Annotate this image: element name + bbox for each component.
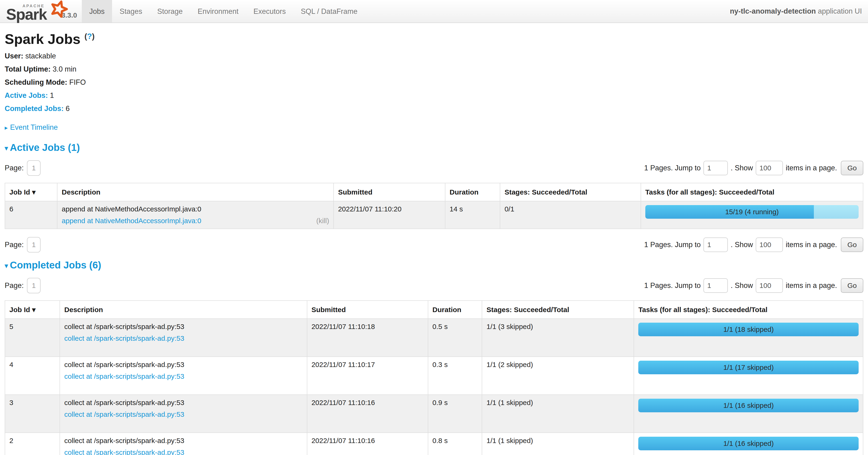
column-description[interactable]: Description (60, 301, 307, 319)
pages-jump-text: 1 Pages. Jump to (644, 164, 701, 172)
show-text: . Show (731, 240, 753, 249)
summary-scheduling-mode: Scheduling Mode: FIFO (5, 78, 863, 87)
job-summary-list: User: stackable Total Uptime: 3.0 min Sc… (5, 52, 863, 113)
job-id-cell: 5 (5, 319, 60, 357)
submitted-cell: 2022/11/07 11:10:16 (307, 433, 428, 455)
submitted-cell: 2022/11/07 11:10:16 (307, 395, 428, 433)
column-submitted[interactable]: Submitted (307, 301, 428, 319)
uptime-value: 3.0 min (53, 65, 76, 73)
tasks-progress-bar: 1/1 (18 skipped) (638, 323, 859, 336)
job-id-cell: 6 (5, 201, 57, 229)
tab-jobs[interactable]: Jobs (82, 0, 112, 23)
collapse-down-arrow-icon: ▾ (5, 145, 8, 152)
job-detail-link[interactable]: collect at /spark-scripts/spark-ad.py:53 (64, 410, 184, 418)
duration-cell: 0.5 s (428, 319, 482, 357)
go-button[interactable]: Go (841, 161, 863, 175)
help-tooltip-link[interactable]: (?) (84, 32, 94, 40)
description-cell: collect at /spark-scripts/spark-ad.py:53… (60, 433, 307, 455)
event-timeline-toggle[interactable]: ▸Event Timeline (5, 123, 863, 132)
stages-cell: 1/1 (3 skipped) (482, 319, 634, 357)
tab-sql-dataframe[interactable]: SQL / DataFrame (293, 0, 365, 23)
job-description: append at NativeMethodAccessorImpl.java:… (62, 205, 329, 213)
summary-uptime: Total Uptime: 3.0 min (5, 65, 863, 74)
completed-job-row-2: 2 collect at /spark-scripts/spark-ad.py:… (5, 433, 863, 455)
active-jobs-link[interactable]: Active Jobs: (5, 91, 48, 99)
tab-executors[interactable]: Executors (246, 0, 293, 23)
progress-label: 1/1 (18 skipped) (638, 323, 859, 336)
jump-to-page-input[interactable] (704, 237, 728, 252)
active-jobs-section-header[interactable]: ▾Active Jobs (1) (5, 142, 863, 153)
show-text: . Show (731, 281, 753, 290)
job-detail-link[interactable]: collect at /spark-scripts/spark-ad.py:53 (64, 334, 184, 342)
kill-job-link[interactable]: (kill) (316, 217, 329, 225)
go-button[interactable]: Go (841, 237, 863, 252)
page-number-input[interactable] (27, 278, 40, 293)
completed-jobs-table: Job Id ▾ Description Submitted Duration … (5, 301, 863, 455)
tasks-cell: 1/1 (18 skipped) (634, 319, 863, 357)
tasks-progress-bar: 1/1 (16 skipped) (638, 437, 859, 450)
jump-to-page-input[interactable] (704, 161, 728, 175)
job-description: collect at /spark-scripts/spark-ad.py:53 (64, 361, 302, 369)
collapse-right-arrow-icon: ▸ (5, 124, 8, 131)
submitted-cell: 2022/11/07 11:10:20 (334, 201, 445, 229)
duration-cell: 0.8 s (428, 433, 482, 455)
page-label: Page: (5, 240, 24, 249)
column-duration[interactable]: Duration (445, 183, 500, 201)
spark-logo[interactable]: APACHE Spark (0, 0, 63, 23)
apache-label: APACHE (23, 4, 45, 8)
scheduling-mode-label: Scheduling Mode: (5, 78, 67, 86)
stages-cell: 1/1 (2 skipped) (482, 357, 634, 395)
column-tasks[interactable]: Tasks (for all stages): Succeeded/Total (634, 301, 863, 319)
column-job-id[interactable]: Job Id ▾ (5, 301, 60, 319)
column-stages[interactable]: Stages: Succeeded/Total (482, 301, 634, 319)
description-cell: collect at /spark-scripts/spark-ad.py:53… (60, 395, 307, 433)
question-mark-icon[interactable]: ? (87, 32, 92, 40)
completed-job-row-5: 5 collect at /spark-scripts/spark-ad.py:… (5, 319, 863, 357)
progress-label: 1/1 (17 skipped) (638, 361, 859, 374)
navbar-spacer (365, 0, 730, 23)
tab-stages[interactable]: Stages (112, 0, 150, 23)
items-text: items in a page. (786, 240, 837, 249)
column-stages[interactable]: Stages: Succeeded/Total (500, 183, 641, 201)
column-duration[interactable]: Duration (428, 301, 482, 319)
tasks-cell: 1/1 (17 skipped) (634, 357, 863, 395)
page-number-input[interactable] (27, 160, 40, 176)
page-number-input[interactable] (27, 237, 40, 253)
scheduling-mode-value: FIFO (69, 78, 86, 86)
column-description[interactable]: Description (57, 183, 334, 201)
page-label: Page: (5, 281, 24, 290)
items-per-page-input[interactable] (756, 237, 783, 252)
job-detail-link[interactable]: append at NativeMethodAccessorImpl.java:… (62, 217, 201, 225)
job-detail-link[interactable]: collect at /spark-scripts/spark-ad.py:53 (64, 372, 184, 380)
jump-to-page-input[interactable] (704, 278, 728, 293)
active-jobs-pagination-top: Page: 1 Pages. Jump to . Show items in a… (5, 160, 863, 176)
collapse-down-arrow-icon: ▾ (5, 262, 8, 269)
tasks-progress-bar: 15/19 (4 running) (645, 205, 859, 219)
pages-jump-text: 1 Pages. Jump to (644, 240, 701, 249)
stages-cell: 1/1 (1 skipped) (482, 433, 634, 455)
job-id-cell: 4 (5, 357, 60, 395)
tab-storage[interactable]: Storage (150, 0, 190, 23)
tasks-cell: 1/1 (16 skipped) (634, 433, 863, 455)
tab-environment[interactable]: Environment (190, 0, 246, 23)
uptime-label: Total Uptime: (5, 65, 51, 73)
progress-label: 15/19 (4 running) (645, 205, 859, 219)
items-per-page-input[interactable] (756, 161, 783, 175)
spark-star-icon (49, 0, 69, 20)
top-navbar: APACHE Spark 3.3.0 Jobs Stages Storage E… (0, 0, 868, 23)
application-name: ny-tlc-anomaly-detection (730, 7, 816, 15)
items-per-page-input[interactable] (756, 278, 783, 293)
column-submitted[interactable]: Submitted (334, 183, 445, 201)
job-description: collect at /spark-scripts/spark-ad.py:53 (64, 323, 302, 331)
summary-completed-jobs: Completed Jobs: 6 (5, 105, 863, 113)
go-button[interactable]: Go (841, 278, 863, 293)
tasks-progress-bar: 1/1 (17 skipped) (638, 361, 859, 374)
column-job-id[interactable]: Job Id ▾ (5, 183, 57, 201)
active-jobs-table: Job Id ▾ Description Submitted Duration … (5, 183, 863, 229)
column-tasks[interactable]: Tasks (for all stages): Succeeded/Total (641, 183, 863, 201)
completed-jobs-count: 6 (66, 105, 70, 113)
job-detail-link[interactable]: collect at /spark-scripts/spark-ad.py:53 (64, 449, 184, 455)
submitted-cell: 2022/11/07 11:10:17 (307, 357, 428, 395)
completed-jobs-link[interactable]: Completed Jobs: (5, 105, 64, 113)
completed-jobs-section-header[interactable]: ▾Completed Jobs (6) (5, 259, 863, 271)
